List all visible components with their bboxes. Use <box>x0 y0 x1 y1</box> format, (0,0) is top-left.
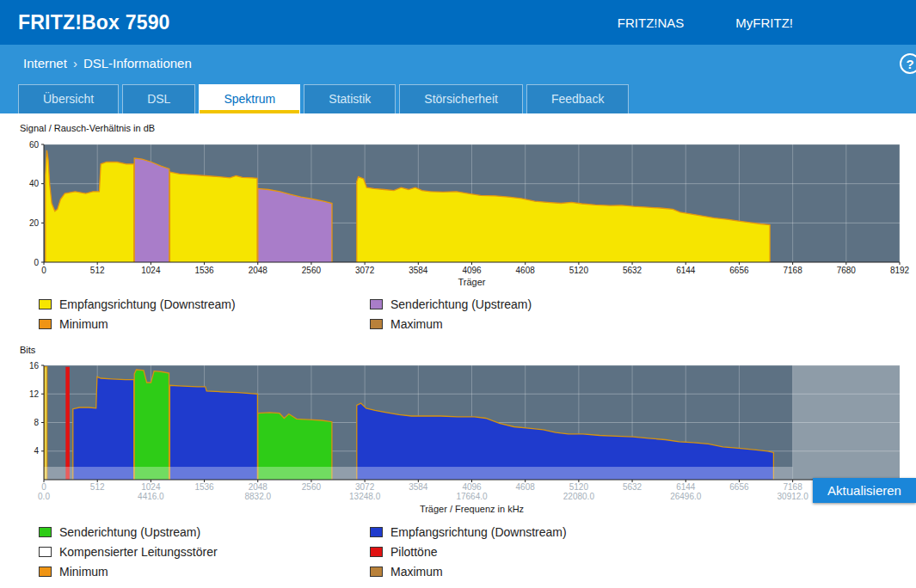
svg-text:40: 40 <box>29 179 40 188</box>
nav-fritznas-link[interactable]: FRITZ!NAS <box>618 15 685 30</box>
breadcrumb: Internet›DSL-Informationen <box>23 56 192 70</box>
fritzbox-page: FRITZ!Box 7590 FRITZ!NAS MyFRITZ! Intern… <box>0 0 916 588</box>
tab-statistik[interactable]: Statistik <box>304 84 396 113</box>
svg-text:512: 512 <box>90 482 105 492</box>
legend-label: Kompensierter Leitungsstörer <box>59 545 218 559</box>
svg-text:512: 512 <box>90 266 105 275</box>
svg-text:8: 8 <box>34 418 39 427</box>
legend-swatch-icon <box>370 547 383 557</box>
tab-stoersicherheit[interactable]: Störsicherheit <box>399 84 523 113</box>
svg-text:3072: 3072 <box>355 266 375 275</box>
svg-text:Träger: Träger <box>458 277 486 287</box>
svg-text:0: 0 <box>41 482 46 492</box>
refresh-button[interactable]: Aktualisieren <box>813 478 916 503</box>
legend-swatch-icon <box>39 547 52 557</box>
legend-swatch-icon <box>39 567 52 577</box>
legend-item: Minimum <box>39 315 370 334</box>
svg-text:7680: 7680 <box>837 266 857 275</box>
svg-text:5632: 5632 <box>623 266 642 275</box>
svg-text:8192: 8192 <box>890 266 910 275</box>
top-bar: FRITZ!Box 7590 FRITZ!NAS MyFRITZ! <box>0 0 916 45</box>
legend-label: Pilottöne <box>390 545 437 559</box>
svg-text:16: 16 <box>29 361 40 371</box>
svg-text:4416.0: 4416.0 <box>138 492 164 501</box>
nav-myfritz-link[interactable]: MyFRITZ! <box>735 15 793 30</box>
svg-text:5120: 5120 <box>569 266 589 275</box>
breadcrumb-separator-icon: › <box>73 56 77 70</box>
svg-text:20: 20 <box>29 218 40 228</box>
svg-text:4096: 4096 <box>462 266 482 275</box>
bits-chart-title: Bits <box>20 345 35 355</box>
legend-swatch-icon <box>39 527 52 537</box>
legend-item: Senderichtung (Upstream) <box>39 523 370 542</box>
svg-text:0: 0 <box>34 258 39 267</box>
sub-bar: Internet›DSL-Informationen ? Übersicht D… <box>0 45 916 113</box>
svg-text:4096: 4096 <box>462 482 482 492</box>
svg-text:7168: 7168 <box>784 482 803 492</box>
svg-text:6144: 6144 <box>676 482 696 492</box>
legend-item: Senderichtung (Upstream) <box>370 295 532 314</box>
legend-label: Senderichtung (Upstream) <box>59 525 200 539</box>
svg-text:3584: 3584 <box>409 266 428 275</box>
tab-spektrum[interactable]: Spektrum <box>199 84 300 113</box>
svg-text:30912.0: 30912.0 <box>778 492 809 501</box>
legend-item: Kompensierter Leitungsstörer <box>39 542 370 561</box>
svg-text:2048: 2048 <box>249 266 268 275</box>
legend-swatch-icon <box>370 319 383 329</box>
tab-bar: Übersicht DSL Spektrum Statistik Störsic… <box>18 84 629 113</box>
legend-item: Empfangsrichtung (Downstream) <box>39 295 370 314</box>
svg-text:6144: 6144 <box>676 266 696 275</box>
legend-label: Maximum <box>390 317 443 331</box>
brand-title: FRITZ!Box 7590 <box>18 0 170 45</box>
tab-dsl[interactable]: DSL <box>122 84 195 113</box>
svg-text:2048: 2048 <box>249 482 268 492</box>
svg-text:Träger / Frequenz in kHz: Träger / Frequenz in kHz <box>420 504 524 514</box>
help-icon[interactable]: ? <box>900 53 916 74</box>
snr-chart-title: Signal / Rausch-Verhältnis in dB <box>20 123 155 133</box>
tab-uebersicht[interactable]: Übersicht <box>18 84 119 113</box>
breadcrumb-section: Internet <box>23 56 67 70</box>
svg-text:4608: 4608 <box>516 266 536 275</box>
svg-text:4608: 4608 <box>516 482 536 492</box>
snr-legend: Empfangsrichtung (Downstream)Senderichtu… <box>39 295 532 334</box>
svg-text:3072: 3072 <box>355 482 375 492</box>
legend-swatch-icon <box>39 299 52 309</box>
svg-text:17664.0: 17664.0 <box>456 492 488 501</box>
svg-text:4: 4 <box>34 446 39 456</box>
legend-label: Senderichtung (Upstream) <box>390 297 532 311</box>
legend-item: Maximum <box>370 562 567 581</box>
svg-text:0: 0 <box>41 266 46 275</box>
svg-text:0.0: 0.0 <box>38 492 50 501</box>
svg-text:1024: 1024 <box>141 266 161 275</box>
snr-spectrum-chart: 0512102415362048256030723584409646085120… <box>0 133 916 292</box>
legend-swatch-icon <box>370 527 383 537</box>
svg-text:12: 12 <box>29 389 40 399</box>
legend-label: Maximum <box>390 565 443 579</box>
svg-text:60: 60 <box>29 140 40 150</box>
legend-label: Empfangsrichtung (Downstream) <box>59 297 236 311</box>
legend-label: Minimum <box>59 317 108 331</box>
bits-spectrum-chart: 0512102415362048256030723584409646085120… <box>0 359 916 518</box>
svg-text:5632: 5632 <box>623 482 642 492</box>
svg-text:2560: 2560 <box>302 482 322 492</box>
svg-text:6656: 6656 <box>729 266 749 275</box>
top-nav: FRITZ!NAS MyFRITZ! <box>618 0 793 45</box>
svg-text:6656: 6656 <box>729 482 749 492</box>
svg-text:1536: 1536 <box>194 482 214 492</box>
legend-swatch-icon <box>370 567 383 577</box>
svg-text:7168: 7168 <box>784 266 803 275</box>
svg-text:22080.0: 22080.0 <box>563 492 595 501</box>
legend-swatch-icon <box>39 319 52 329</box>
svg-text:26496.0: 26496.0 <box>670 492 702 501</box>
legend-item: Empfangsrichtung (Downstream) <box>370 523 567 542</box>
svg-text:8832.0: 8832.0 <box>244 492 271 501</box>
legend-label: Minimum <box>59 565 108 579</box>
tab-feedback[interactable]: Feedback <box>526 84 629 113</box>
svg-text:5120: 5120 <box>569 482 589 492</box>
svg-text:1024: 1024 <box>141 482 161 492</box>
legend-item: Maximum <box>370 315 532 334</box>
legend-label: Empfangsrichtung (Downstream) <box>390 525 567 539</box>
svg-text:3584: 3584 <box>409 482 428 492</box>
svg-text:13248.0: 13248.0 <box>349 492 381 501</box>
legend-swatch-icon <box>370 299 383 309</box>
